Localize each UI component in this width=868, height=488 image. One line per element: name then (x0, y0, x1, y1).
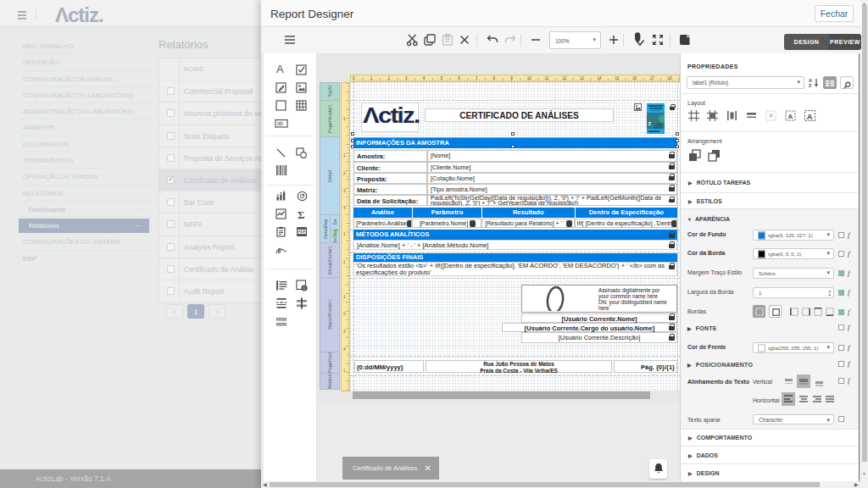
svg-text:2: 2 (343, 171, 346, 175)
svg-text:1: 1 (343, 232, 346, 236)
svg-text:0: 0 (353, 76, 355, 80)
svg-text:17: 17 (650, 76, 655, 80)
svg-text:18: 18 (667, 76, 672, 80)
svg-text:5: 5 (441, 76, 443, 80)
svg-text:3: 3 (343, 330, 346, 334)
svg-text:9: 9 (510, 76, 513, 80)
svg-text:11: 11 (545, 76, 549, 80)
svg-text:2: 2 (343, 312, 346, 316)
svg-text:16: 16 (632, 76, 637, 80)
svg-text:1: 1 (370, 76, 373, 80)
svg-text:PDF: PDF (298, 230, 306, 234)
svg-text:8: 8 (493, 76, 496, 80)
svg-text:1: 1 (343, 295, 346, 299)
svg-text:A: A (807, 112, 813, 121)
svg-text:14: 14 (598, 76, 603, 80)
svg-text:Z: Z (809, 83, 812, 88)
svg-text:6: 6 (458, 76, 460, 80)
svg-text:1: 1 (343, 260, 346, 264)
svg-text:3: 3 (343, 189, 346, 193)
svg-text:4: 4 (343, 347, 346, 352)
svg-text:3: 3 (405, 76, 408, 80)
svg-text:1: 1 (343, 117, 346, 121)
svg-text:4: 4 (423, 76, 426, 80)
svg-text:7: 7 (476, 76, 478, 80)
svg-text:4: 4 (343, 206, 346, 210)
svg-text:2: 2 (387, 76, 390, 80)
svg-text:1: 1 (343, 369, 346, 373)
svg-text:A: A (809, 78, 812, 83)
svg-text:13: 13 (580, 76, 585, 80)
svg-text:15: 15 (615, 76, 620, 80)
svg-text:1: 1 (343, 153, 346, 158)
svg-text:ab: ab (277, 120, 284, 126)
svg-text:12: 12 (562, 76, 567, 80)
svg-text:10: 10 (527, 76, 532, 80)
svg-text:A: A (788, 113, 793, 120)
